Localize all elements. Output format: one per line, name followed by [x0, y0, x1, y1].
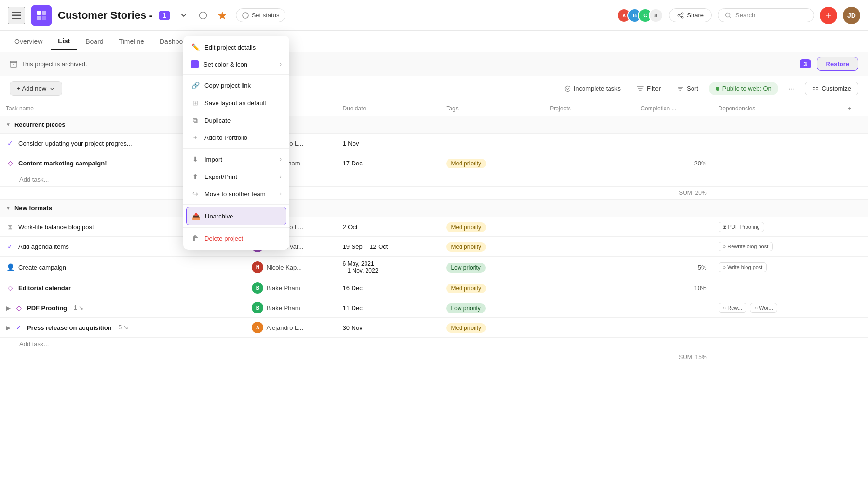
- more-options-button[interactable]: ···: [783, 82, 800, 95]
- svg-point-15: [726, 13, 730, 17]
- deps-cell: [713, 318, 842, 338]
- col-header-tags: Tags: [440, 101, 544, 116]
- due-date-cell: 11 Dec: [337, 298, 440, 318]
- menu-item-export[interactable]: ⬆ Export/Print ›: [183, 168, 289, 185]
- tags-cell: Med priority: [440, 217, 544, 237]
- nav-tabs: Overview List Board Timeline Dashboard M…: [0, 31, 868, 52]
- tags-cell: Med priority: [440, 237, 544, 257]
- add-new-button[interactable]: + Add new: [10, 81, 62, 96]
- assignee-name: Blake Pham: [266, 285, 300, 292]
- search-bar[interactable]: Search: [718, 8, 814, 22]
- restore-button[interactable]: Restore: [817, 57, 858, 71]
- menu-item-save-layout[interactable]: ⊞ Save layout as default: [183, 94, 289, 111]
- info-icon[interactable]: i: [195, 8, 211, 23]
- tab-timeline[interactable]: Timeline: [112, 34, 151, 49]
- menu-divider: [183, 227, 289, 228]
- svg-line-16: [730, 16, 732, 18]
- task-text[interactable]: Content marketing campaign!: [18, 160, 107, 167]
- sum-label: SUM: [679, 354, 692, 361]
- completion-cell: [635, 217, 712, 237]
- sum-row-new-formats: SUM 15%: [0, 351, 868, 364]
- person-icon: 👤: [6, 263, 14, 272]
- menu-label-portfolio: Add to Portfolio: [204, 134, 247, 141]
- task-text[interactable]: Add agenda items: [18, 243, 69, 250]
- svg-rect-24: [816, 89, 818, 90]
- col-header-deps: Dependencies: [713, 101, 842, 116]
- svg-rect-22: [816, 87, 818, 88]
- add-task-row-new-formats[interactable]: Add task...: [0, 338, 868, 351]
- tab-board[interactable]: Board: [79, 34, 110, 49]
- tab-overview[interactable]: Overview: [8, 34, 49, 49]
- app-logo: [31, 5, 52, 26]
- project-number-badge: 1: [159, 11, 170, 20]
- svg-rect-2: [12, 18, 21, 19]
- tab-list[interactable]: List: [51, 33, 77, 50]
- menu-item-unarchive[interactable]: 📤 Unarchive: [186, 207, 286, 225]
- task-text[interactable]: Editorial calendar: [18, 285, 71, 292]
- tag-badge: Med priority: [446, 159, 486, 168]
- move-icon: ↪: [191, 190, 200, 198]
- sort-button[interactable]: Sort: [671, 82, 704, 95]
- archive-actions: 3 Restore: [800, 57, 858, 71]
- user-avatar[interactable]: JD: [843, 7, 860, 24]
- task-text[interactable]: PDF Proofing: [27, 304, 67, 312]
- menu-item-copy-link[interactable]: 🔗 Copy project link: [183, 77, 289, 94]
- arrow-icon: ›: [280, 156, 282, 163]
- svg-rect-6: [42, 16, 46, 20]
- topbar: Customer Stories - 1 i Set status A B C …: [0, 0, 868, 31]
- set-status-button[interactable]: Set status: [236, 8, 286, 22]
- incomplete-tasks-button[interactable]: Incomplete tasks: [558, 82, 627, 95]
- deps-cell: ○ Write blog post: [713, 257, 842, 278]
- expand-icon[interactable]: ▶: [6, 324, 11, 331]
- projects-cell: [544, 318, 635, 338]
- section-toggle-new-formats[interactable]: ▼ New formats: [6, 204, 862, 212]
- task-text[interactable]: Consider updating your project progres..…: [18, 140, 132, 147]
- dropdown-icon[interactable]: [176, 8, 191, 23]
- subtask-count: 1 ↘: [74, 304, 83, 311]
- menu-item-move-team[interactable]: ↪ Move to another team ›: [183, 185, 289, 203]
- menu-item-portfolio[interactable]: ＋ Add to Portfolio: [183, 129, 289, 146]
- due-date-cell: 6 May, 2021– 1 Nov, 2022: [337, 257, 440, 278]
- menu-toggle-button[interactable]: [8, 7, 25, 24]
- menu-item-delete[interactable]: 🗑 Delete project: [183, 230, 289, 247]
- menu-label-copy-link: Copy project link: [204, 82, 251, 89]
- projects-cell: [544, 278, 635, 298]
- share-button[interactable]: Share: [669, 8, 712, 22]
- avatar-count: 8: [649, 8, 663, 23]
- completion-cell: [635, 237, 712, 257]
- chevron-down-icon: ▼: [6, 205, 11, 211]
- section-toggle-recurrent[interactable]: ▼ Recurrent pieces: [6, 121, 862, 128]
- svg-point-11: [678, 14, 679, 16]
- table-row: ⧗ Work-life balance blog post A Alejandr…: [0, 217, 868, 237]
- menu-item-edit[interactable]: ✏️ Edit project details: [183, 39, 289, 56]
- filter-button[interactable]: Filter: [631, 82, 666, 95]
- avatar-group[interactable]: A B C 8: [617, 8, 663, 23]
- star-icon[interactable]: [215, 8, 230, 23]
- public-web-badge[interactable]: Public to web: On: [709, 82, 778, 95]
- task-name-cell: ◇ Editorial calendar: [6, 284, 240, 292]
- customize-button[interactable]: Customize: [805, 82, 858, 95]
- plus-icon: ＋: [191, 133, 200, 142]
- due-date-cell: 1 Nov: [337, 134, 440, 153]
- expand-icon[interactable]: ▶: [6, 304, 11, 312]
- menu-item-color[interactable]: Set color & icon ›: [183, 56, 289, 72]
- chevron-down-icon: ▼: [6, 122, 11, 127]
- tags-cell: [440, 134, 544, 153]
- menu-item-duplicate[interactable]: ⧉ Duplicate: [183, 111, 289, 129]
- deps-cell: ○ Rew... ○ Wor...: [713, 298, 842, 318]
- assignee-cell: B Blake Pham: [252, 302, 331, 313]
- dep-badge: ○ Wor...: [750, 303, 777, 313]
- col-header-add[interactable]: +: [842, 101, 868, 116]
- menu-item-import[interactable]: ⬇ Import ›: [183, 150, 289, 168]
- link-icon: 🔗: [191, 81, 200, 90]
- menu-divider: [183, 74, 289, 75]
- menu-label-export: Export/Print: [204, 173, 237, 180]
- svg-rect-23: [813, 89, 815, 90]
- task-text[interactable]: Press release on acquisition: [27, 324, 112, 331]
- add-global-button[interactable]: +: [820, 7, 837, 24]
- task-text[interactable]: Work-life balance blog post: [18, 223, 94, 231]
- add-task-row-recurrent[interactable]: Add task...: [0, 173, 868, 187]
- task-text[interactable]: Create campaign: [18, 264, 66, 271]
- avatar: B: [252, 282, 263, 294]
- table-row: ▶ ◇ PDF Proofing 1 ↘ B Blake Pham 11 Dec…: [0, 298, 868, 318]
